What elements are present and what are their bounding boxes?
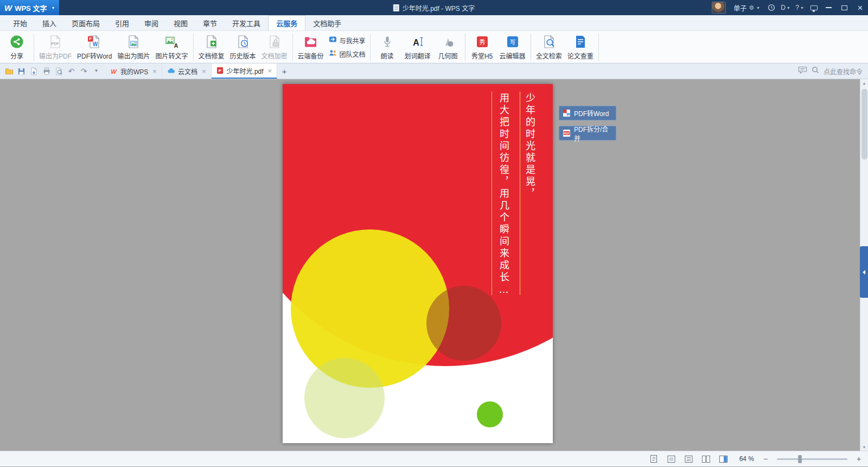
xiutang-h5-button[interactable]: 秀 秀堂H5 bbox=[468, 32, 497, 62]
pdf-split-merge-floating-button[interactable]: PDF PDF拆分/合并 bbox=[559, 126, 616, 140]
ribbon-separator bbox=[34, 34, 34, 61]
sync-icon[interactable] bbox=[764, 0, 778, 15]
tab-doc-assistant[interactable]: 文档助手 bbox=[305, 15, 349, 30]
new-tab-button[interactable]: + bbox=[277, 63, 291, 79]
pdf-to-word-icon: W bbox=[563, 109, 571, 117]
pdf-to-word-floating-button[interactable]: W PDF转Word bbox=[559, 106, 616, 120]
geometry-button[interactable]: 几何图 bbox=[433, 32, 463, 62]
cloud-backup-icon bbox=[303, 35, 318, 49]
zoom-in-button[interactable]: + bbox=[855, 455, 863, 463]
button-label: PDF转Word bbox=[77, 51, 112, 60]
tab-cloud-services[interactable]: 云服务 bbox=[268, 15, 305, 30]
cloud-backup-button[interactable]: 云端备份 bbox=[295, 32, 327, 62]
wps-app-menu-button[interactable]: W WPS 文字 ▼ bbox=[0, 0, 59, 15]
close-icon[interactable]: × bbox=[202, 67, 206, 75]
quick-toolbar-more-button[interactable]: ▼ bbox=[91, 65, 102, 77]
document-tab-bar: ↶ ↷ ▼ W 我的WPS × 云文档 × P 少年时光.pdf × + 点此查… bbox=[0, 63, 868, 79]
minimize-button[interactable] bbox=[821, 0, 837, 15]
document-icon bbox=[393, 4, 399, 11]
floating-button-label: PDF拆分/合并 bbox=[574, 124, 612, 143]
maximize-button[interactable] bbox=[837, 0, 852, 15]
tab-view[interactable]: 视图 bbox=[166, 15, 195, 30]
floating-button-label: PDF转Word bbox=[574, 108, 609, 118]
word-translate-button[interactable]: A 划词翻译 bbox=[402, 32, 433, 62]
feedback-icon[interactable] bbox=[798, 66, 807, 76]
tab-section[interactable]: 章节 bbox=[195, 15, 225, 30]
continuous-view-icon[interactable] bbox=[684, 454, 693, 464]
light-green-circle-graphic bbox=[304, 358, 385, 438]
user-avatar[interactable] bbox=[712, 2, 726, 14]
side-panel-toggle[interactable] bbox=[860, 246, 868, 298]
split-view-icon[interactable] bbox=[718, 454, 728, 464]
svg-text:PDF: PDF bbox=[52, 42, 60, 46]
scroll-up-arrow[interactable]: ▲ bbox=[860, 79, 868, 87]
svg-text:W: W bbox=[566, 112, 571, 117]
save-button[interactable] bbox=[16, 65, 27, 77]
close-icon[interactable]: × bbox=[152, 67, 157, 75]
zoom-slider[interactable] bbox=[777, 458, 847, 460]
cloud-editor-icon: 写 bbox=[505, 35, 520, 49]
user-account-menu[interactable]: 单子 ⚙ ▼ bbox=[729, 3, 764, 12]
word-translate-icon: A bbox=[410, 35, 425, 49]
read-aloud-button[interactable]: 朗读 bbox=[373, 32, 402, 62]
paper-check-button[interactable]: 论文查重 bbox=[565, 32, 596, 62]
image-to-text-button[interactable]: A 图片转文字 bbox=[153, 32, 191, 62]
zoom-slider-thumb[interactable] bbox=[798, 455, 802, 463]
paper-check-icon bbox=[573, 35, 588, 49]
page-text-column-1: 少年的时光就是晃， bbox=[522, 93, 537, 200]
doc-tab-cloud-docs[interactable]: 云文档 × bbox=[162, 63, 212, 79]
tab-home[interactable]: 开始 bbox=[5, 15, 35, 30]
ribbon-separator bbox=[531, 34, 531, 61]
tab-dev-tools[interactable]: 开发工具 bbox=[225, 15, 268, 30]
tab-insert[interactable]: 插入 bbox=[35, 15, 64, 30]
close-button[interactable]: × bbox=[852, 0, 868, 15]
history-version-icon bbox=[235, 35, 251, 49]
help-menu-icon[interactable]: ?▼ bbox=[793, 0, 807, 15]
zoom-out-button[interactable]: − bbox=[762, 455, 769, 463]
tab-page-layout[interactable]: 页面布局 bbox=[64, 15, 107, 30]
chevron-down-icon: ▼ bbox=[756, 6, 760, 10]
open-file-button[interactable] bbox=[3, 65, 15, 77]
button-label: 秀堂H5 bbox=[471, 51, 493, 60]
history-version-button[interactable]: 历史版本 bbox=[227, 32, 259, 62]
print-preview-button[interactable] bbox=[53, 65, 65, 77]
shared-with-me-button[interactable]: 与我共享 bbox=[329, 35, 366, 45]
full-text-search-icon bbox=[541, 35, 557, 49]
book-view-icon[interactable] bbox=[701, 454, 711, 464]
close-icon[interactable]: × bbox=[268, 67, 272, 75]
team-docs-button[interactable]: 团队文档 bbox=[329, 49, 366, 59]
caret-browse-icon[interactable] bbox=[649, 454, 659, 464]
button-label: 文档加密 bbox=[261, 51, 288, 60]
image-to-text-icon: A bbox=[164, 35, 180, 49]
full-text-search-button[interactable]: 全文检索 bbox=[533, 32, 565, 62]
search-icon[interactable] bbox=[812, 66, 819, 76]
switch-window-icon[interactable] bbox=[807, 0, 821, 15]
pdf-to-word-button[interactable]: W P PDF转Word bbox=[74, 32, 114, 62]
tab-review[interactable]: 审阅 bbox=[137, 15, 166, 30]
doc-tab-label: 我的WPS bbox=[120, 67, 148, 76]
pdf-page[interactable]: 少年的时光就是晃， 用大把时间彷徨，用几个瞬间来成长… bbox=[283, 84, 553, 443]
button-label: 文档修复 bbox=[199, 51, 225, 60]
page-view-icon[interactable] bbox=[666, 454, 676, 464]
tools-menu-icon[interactable]: D▼ bbox=[778, 0, 793, 15]
undo-button[interactable]: ↶ bbox=[66, 65, 77, 77]
doc-tab-my-wps[interactable]: W 我的WPS × bbox=[105, 63, 162, 79]
chevron-down-icon: ▼ bbox=[51, 6, 55, 10]
scrollbar-thumb[interactable] bbox=[861, 89, 867, 159]
ribbon-separator bbox=[292, 34, 293, 61]
redo-button[interactable]: ↷ bbox=[78, 65, 90, 77]
tab-references[interactable]: 引用 bbox=[107, 15, 137, 30]
print-button[interactable] bbox=[41, 65, 52, 77]
page-text-column-2: 用大把时间彷徨，用几个瞬间来成长… bbox=[496, 93, 510, 297]
doc-repair-button[interactable]: 文档修复 bbox=[196, 32, 227, 62]
cloud-editor-button[interactable]: 写 云编辑器 bbox=[497, 32, 528, 62]
export-image-button[interactable]: 输出为图片 bbox=[114, 32, 152, 62]
share-button[interactable]: 分享 bbox=[2, 32, 31, 62]
command-search-input[interactable]: 点此查找命令 bbox=[824, 67, 863, 76]
export-button[interactable] bbox=[28, 65, 40, 77]
scroll-down-arrow[interactable]: ▼ bbox=[860, 443, 868, 451]
button-label: 团队文档 bbox=[340, 49, 366, 59]
app-name: WPS 文字 bbox=[15, 3, 47, 13]
doc-tab-active-pdf[interactable]: P 少年时光.pdf × bbox=[212, 63, 278, 79]
button-label: 划词翻译 bbox=[405, 51, 431, 60]
